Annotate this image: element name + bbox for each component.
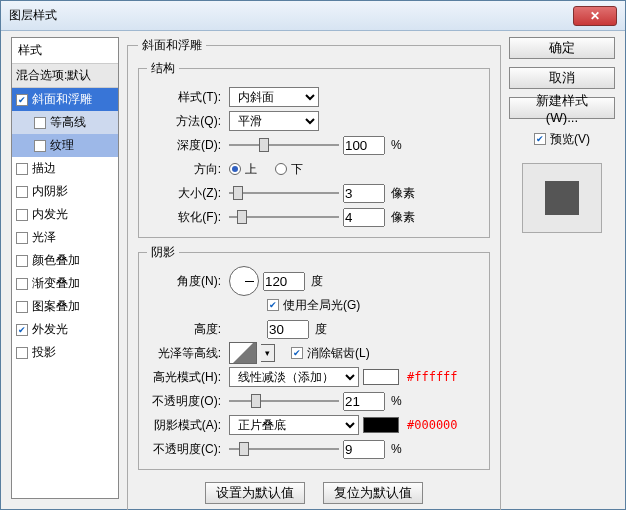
- blend-options-row[interactable]: 混合选项:默认: [12, 64, 118, 88]
- angle-input[interactable]: [263, 272, 305, 291]
- highlight-opacity-input[interactable]: [343, 392, 385, 411]
- new-style-button[interactable]: 新建样式(W)...: [509, 97, 615, 119]
- checkbox[interactable]: [16, 163, 28, 175]
- direction-up-radio[interactable]: [229, 163, 241, 175]
- bevel-panel: 斜面和浮雕 结构 样式(T): 内斜面 方法(Q): 平滑 深度(D):: [127, 37, 501, 510]
- altitude-input[interactable]: [267, 320, 309, 339]
- global-light-checkbox[interactable]: ✔: [267, 299, 279, 311]
- close-button[interactable]: ✕: [573, 6, 617, 26]
- shading-group: 阴影 角度(N): 度 ✔ 使用全局光(G) 高度:: [138, 244, 490, 470]
- style-contour[interactable]: 等高线: [12, 111, 118, 134]
- checkbox[interactable]: [34, 140, 46, 152]
- style-outer-glow[interactable]: ✔外发光: [12, 318, 118, 341]
- style-pattern-overlay[interactable]: 图案叠加: [12, 295, 118, 318]
- cancel-button[interactable]: 取消: [509, 67, 615, 89]
- make-default-button[interactable]: 设置为默认值: [205, 482, 305, 504]
- direction-down-radio[interactable]: [275, 163, 287, 175]
- checkbox[interactable]: [16, 347, 28, 359]
- style-drop-shadow[interactable]: 投影: [12, 341, 118, 364]
- style-stroke[interactable]: 描边: [12, 157, 118, 180]
- size-input[interactable]: [343, 184, 385, 203]
- shadow-opacity-slider[interactable]: [229, 440, 339, 458]
- style-texture[interactable]: 纹理: [12, 134, 118, 157]
- style-color-overlay[interactable]: 颜色叠加: [12, 249, 118, 272]
- checkbox[interactable]: [16, 209, 28, 221]
- size-slider[interactable]: [229, 184, 339, 202]
- checkbox[interactable]: [16, 255, 28, 267]
- highlight-opacity-slider[interactable]: [229, 392, 339, 410]
- preview-box: [522, 163, 602, 233]
- style-inner-glow[interactable]: 内发光: [12, 203, 118, 226]
- antialias-checkbox[interactable]: ✔: [291, 347, 303, 359]
- checkbox[interactable]: [16, 301, 28, 313]
- reset-default-button[interactable]: 复位为默认值: [323, 482, 423, 504]
- panel-title: 斜面和浮雕: [138, 37, 206, 54]
- titlebar: 图层样式 ✕: [1, 1, 625, 31]
- layer-style-dialog: 图层样式 ✕ 样式 混合选项:默认 ✔斜面和浮雕 等高线 纹理 描边 内阴影 内…: [0, 0, 626, 510]
- soften-input[interactable]: [343, 208, 385, 227]
- window-title: 图层样式: [9, 7, 573, 24]
- checkbox[interactable]: [16, 278, 28, 290]
- depth-input[interactable]: [343, 136, 385, 155]
- shadow-mode-select[interactable]: 正片叠底: [229, 415, 359, 435]
- preview-swatch: [545, 181, 579, 215]
- structure-group: 结构 样式(T): 内斜面 方法(Q): 平滑 深度(D): %: [138, 60, 490, 238]
- technique-select[interactable]: 平滑: [229, 111, 319, 131]
- style-gradient-overlay[interactable]: 渐变叠加: [12, 272, 118, 295]
- shadow-color-swatch[interactable]: [363, 417, 399, 433]
- shadow-opacity-input[interactable]: [343, 440, 385, 459]
- highlight-mode-select[interactable]: 线性减淡（添加）: [229, 367, 359, 387]
- styles-list: 样式 混合选项:默认 ✔斜面和浮雕 等高线 纹理 描边 内阴影 内发光 光泽 颜…: [11, 37, 119, 499]
- depth-slider[interactable]: [229, 136, 339, 154]
- checkbox[interactable]: ✔: [16, 324, 28, 336]
- style-select[interactable]: 内斜面: [229, 87, 319, 107]
- soften-slider[interactable]: [229, 208, 339, 226]
- checkbox[interactable]: ✔: [16, 94, 28, 106]
- ok-button[interactable]: 确定: [509, 37, 615, 59]
- shadow-color-annotation: #000000: [403, 418, 458, 432]
- style-inner-shadow[interactable]: 内阴影: [12, 180, 118, 203]
- highlight-color-swatch[interactable]: [363, 369, 399, 385]
- angle-dial[interactable]: [229, 266, 259, 296]
- checkbox[interactable]: [16, 232, 28, 244]
- style-bevel[interactable]: ✔斜面和浮雕: [12, 88, 118, 111]
- chevron-down-icon[interactable]: ▾: [261, 344, 275, 362]
- close-icon: ✕: [590, 9, 600, 23]
- style-satin[interactable]: 光泽: [12, 226, 118, 249]
- gloss-contour-picker[interactable]: [229, 342, 257, 364]
- checkbox[interactable]: [34, 117, 46, 129]
- preview-checkbox[interactable]: ✔: [534, 133, 546, 145]
- highlight-color-annotation: #ffffff: [403, 370, 458, 384]
- checkbox[interactable]: [16, 186, 28, 198]
- styles-header: 样式: [12, 38, 118, 64]
